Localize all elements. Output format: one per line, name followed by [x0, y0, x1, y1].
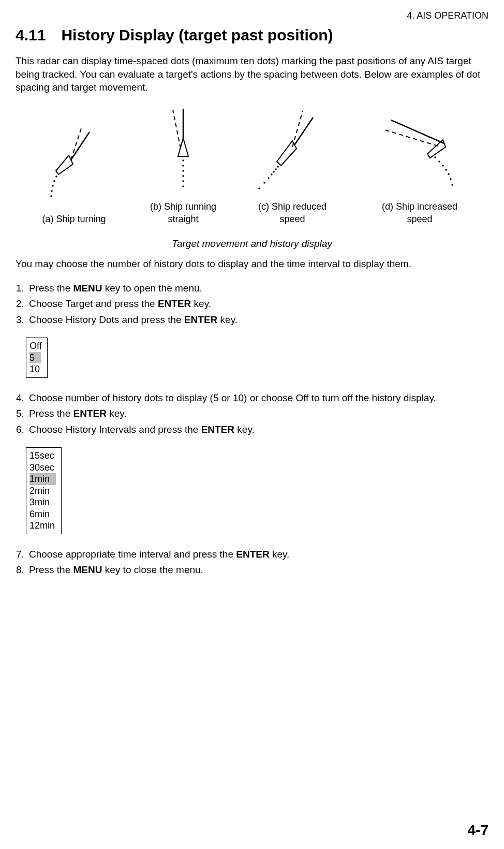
page: 4. AIS OPERATION 4.11History Display (ta…	[0, 0, 504, 849]
svg-point-14	[182, 175, 184, 177]
svg-point-4	[53, 181, 55, 183]
svg-point-25	[263, 182, 265, 184]
enter-key: ENTER	[184, 314, 217, 325]
svg-point-11	[182, 159, 184, 162]
svg-point-12	[182, 165, 184, 167]
svg-point-31	[438, 160, 440, 163]
page-number: 4-7	[468, 822, 488, 839]
chapter-header: 4. AIS OPERATION	[16, 10, 488, 21]
figure-c: (c) Ship reduced speed	[251, 105, 334, 225]
menu-option-off: Off	[29, 340, 42, 352]
menu-key: MENU	[73, 283, 102, 294]
steps-list-1: Press the MENU key to open the menu. Cho…	[16, 281, 488, 328]
step-2: Choose Target and press the ENTER key.	[27, 297, 488, 312]
svg-point-36	[451, 184, 453, 186]
figure-caption: Target movement and history display	[16, 238, 488, 250]
svg-line-10	[173, 110, 181, 149]
menu-option-15sec: 15sec	[29, 450, 56, 462]
svg-line-2	[71, 127, 82, 160]
menu-option-30sec: 30sec	[29, 462, 56, 474]
figure-b-label-1: (b) Ship running	[150, 201, 217, 213]
menu-option-3min: 3min	[29, 496, 56, 508]
svg-point-7	[50, 196, 52, 198]
step-7: Choose appropriate time interval and pre…	[27, 547, 488, 562]
svg-point-20	[277, 166, 279, 168]
history-intervals-menu: 15sec 30sec 1min 2min 3min 6min 12min	[26, 447, 62, 534]
enter-key: ENTER	[158, 298, 191, 309]
step-3: Choose History Dots and press the ENTER …	[27, 313, 488, 328]
svg-point-13	[182, 170, 184, 172]
svg-point-24	[268, 177, 270, 179]
svg-point-3	[55, 176, 57, 178]
svg-line-28	[391, 120, 444, 143]
section-number: 4.11	[16, 26, 46, 44]
menu-option-12min: 12min	[29, 520, 56, 532]
step-8: Press the MENU key to close the menu.	[27, 563, 488, 578]
svg-point-30	[434, 156, 436, 158]
svg-point-16	[182, 185, 184, 187]
intro-paragraph: This radar can display time-spaced dots …	[16, 54, 488, 94]
menu-option-5: 5	[29, 352, 41, 364]
enter-key: ENTER	[236, 549, 269, 560]
svg-line-1	[71, 132, 90, 160]
menu-key: MENU	[73, 564, 102, 575]
menu-option-10: 10	[29, 363, 42, 375]
svg-point-15	[182, 180, 184, 182]
step-6: Choose History Intervals and press the E…	[27, 422, 488, 437]
figure-row: (a) Ship turning (b) Ship running	[16, 105, 488, 225]
ship-increased-icon	[368, 105, 471, 198]
figure-d-label-2: speed	[368, 213, 471, 225]
figure-b-label-2: straight	[150, 213, 217, 225]
figure-d: (d) Ship increased speed	[368, 105, 471, 225]
menu-option-1min: 1min	[29, 473, 56, 485]
svg-point-21	[275, 168, 277, 170]
svg-line-19	[292, 111, 303, 147]
svg-point-22	[273, 171, 275, 173]
step-4: Choose number of history dots to display…	[27, 391, 488, 406]
section-title: History Display (target past position)	[61, 26, 333, 43]
ship-reduced-icon	[251, 105, 334, 198]
figure-a-label: (a) Ship turning	[33, 213, 115, 225]
menu-option-6min: 6min	[29, 508, 56, 520]
step-5: Press the ENTER key.	[27, 406, 488, 421]
paragraph-2: You may choose the number of history dot…	[16, 257, 488, 271]
menu-option-2min: 2min	[29, 485, 56, 497]
figure-c-label-1: (c) Ship reduced	[251, 201, 334, 213]
figure-b: (b) Ship running straight	[150, 105, 217, 225]
svg-point-35	[450, 178, 452, 180]
svg-point-6	[51, 191, 53, 193]
enter-key: ENTER	[73, 408, 107, 419]
svg-point-5	[52, 185, 54, 187]
history-dots-menu: Off 5 10	[26, 338, 48, 378]
svg-point-34	[448, 173, 450, 175]
svg-point-33	[445, 169, 447, 171]
figure-a: (a) Ship turning	[33, 116, 115, 225]
ship-turning-icon	[33, 116, 115, 210]
step-1: Press the MENU key to open the menu.	[27, 281, 488, 296]
steps-list-2: Choose number of history dots to display…	[16, 391, 488, 437]
figure-c-label-2: speed	[251, 213, 334, 225]
section-heading: 4.11History Display (target past positio…	[16, 26, 488, 44]
svg-point-26	[258, 187, 260, 189]
ship-straight-icon	[150, 105, 217, 198]
svg-point-32	[442, 165, 444, 167]
svg-point-23	[271, 173, 273, 175]
enter-key: ENTER	[201, 424, 234, 435]
figure-d-label-1: (d) Ship increased	[368, 201, 471, 213]
steps-list-3: Choose appropriate time interval and pre…	[16, 547, 488, 578]
svg-marker-0	[56, 155, 73, 174]
